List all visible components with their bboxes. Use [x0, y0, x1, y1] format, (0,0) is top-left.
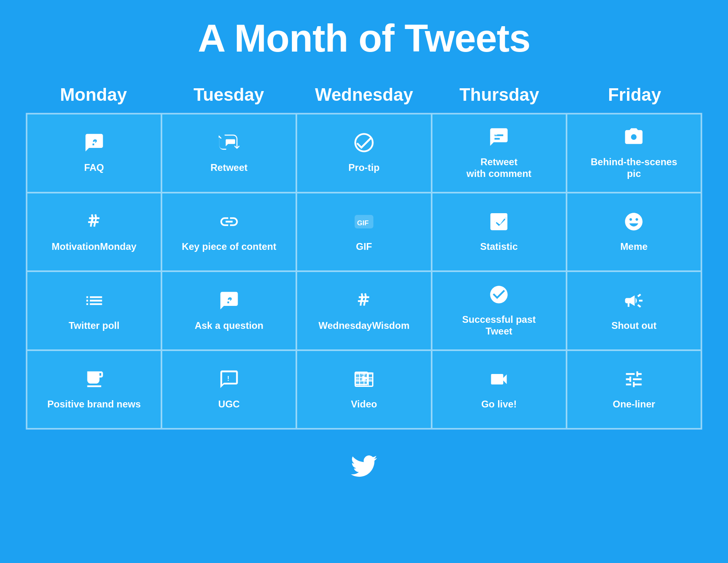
statistic-icon [488, 211, 509, 235]
meme-label: Meme [620, 241, 647, 253]
check-icon [488, 284, 509, 308]
hashtag2-icon [354, 290, 374, 314]
gif-icon: GIF [354, 211, 374, 235]
video-label: Video [351, 399, 377, 410]
meme-icon [623, 211, 644, 235]
protip-label: Pro-tip [348, 162, 379, 174]
successful-tweet-label: Successful pastTweet [462, 314, 536, 337]
faq-icon [84, 132, 105, 156]
cell-successful-tweet: Successful pastTweet [432, 271, 567, 350]
link-icon [219, 211, 240, 235]
cell-retweet: Retweet [161, 114, 296, 193]
twitter-poll-label: Twitter poll [68, 320, 119, 332]
cell-faq: FAQ [27, 114, 161, 193]
shoutout-icon [623, 290, 644, 314]
cell-behind-scenes: Behind-the-scenespic [567, 114, 701, 193]
day-friday: Friday [567, 81, 702, 109]
cell-go-live: Go live! [432, 350, 567, 429]
cell-video: Video [296, 350, 431, 429]
news-icon [84, 369, 105, 393]
day-tuesday: Tuesday [161, 81, 296, 109]
cell-wednesday-wisdom: WednesdayWisdom [296, 271, 431, 350]
day-wednesday: Wednesday [296, 81, 432, 109]
day-thursday: Thursday [432, 81, 567, 109]
camera-icon [623, 127, 644, 151]
retweet-label: Retweet [211, 162, 248, 174]
svg-point-0 [355, 134, 372, 152]
svg-text:!: ! [227, 375, 230, 383]
cell-statistic: Statistic [432, 193, 567, 272]
day-monday: Monday [26, 81, 161, 109]
cell-retweet-comment: " Retweetwith comment [432, 114, 567, 193]
ugc-icon: ! [219, 369, 240, 393]
poll-icon [84, 290, 105, 314]
key-content-label: Key piece of content [182, 241, 276, 253]
retweet-icon [219, 132, 240, 156]
behind-scenes-label: Behind-the-scenespic [591, 156, 677, 180]
cell-motivation-monday: MotivationMonday [27, 193, 161, 272]
ugc-label: UGC [218, 399, 240, 410]
video-icon [354, 369, 374, 393]
question-icon [219, 290, 240, 314]
oneliner-label: One-liner [613, 399, 655, 410]
hashtag-icon [84, 211, 105, 235]
protip-icon [354, 132, 374, 156]
cell-shoutout: Shout out [567, 271, 701, 350]
faq-label: FAQ [84, 162, 104, 174]
wednesday-wisdom-label: WednesdayWisdom [318, 320, 410, 332]
cell-protip: Pro-tip [296, 114, 431, 193]
gif-label: GIF [356, 241, 372, 253]
oneliner-icon [623, 369, 644, 393]
page-title: A Month of Tweets [198, 16, 530, 60]
cell-gif: GIF GIF [296, 193, 431, 272]
cell-twitter-poll: Twitter poll [27, 271, 161, 350]
statistic-label: Statistic [480, 241, 518, 253]
cell-oneliner: One-liner [567, 350, 701, 429]
ask-question-label: Ask a question [194, 320, 263, 332]
retweet-comment-label: Retweetwith comment [467, 156, 532, 180]
svg-text:GIF: GIF [357, 219, 369, 227]
day-headers-row: Monday Tuesday Wednesday Thursday Friday [26, 81, 702, 109]
positive-brand-news-label: Positive brand news [48, 399, 141, 410]
motivation-monday-label: MotivationMonday [52, 241, 136, 253]
live-icon [488, 369, 509, 393]
go-live-label: Go live! [481, 399, 517, 410]
cell-meme: Meme [567, 193, 701, 272]
svg-text:": " [494, 132, 497, 139]
retweet-comment-icon: " [488, 127, 509, 151]
shoutout-label: Shout out [611, 320, 656, 332]
cell-key-content: Key piece of content [161, 193, 296, 272]
cell-positive-brand-news: Positive brand news [27, 350, 161, 429]
cell-ugc: ! UGC [161, 350, 296, 429]
cell-ask-question: Ask a question [161, 271, 296, 350]
twitter-bird-logo [348, 450, 380, 487]
content-grid: FAQ Retweet Pro-tip " Retweetwith [26, 113, 702, 430]
